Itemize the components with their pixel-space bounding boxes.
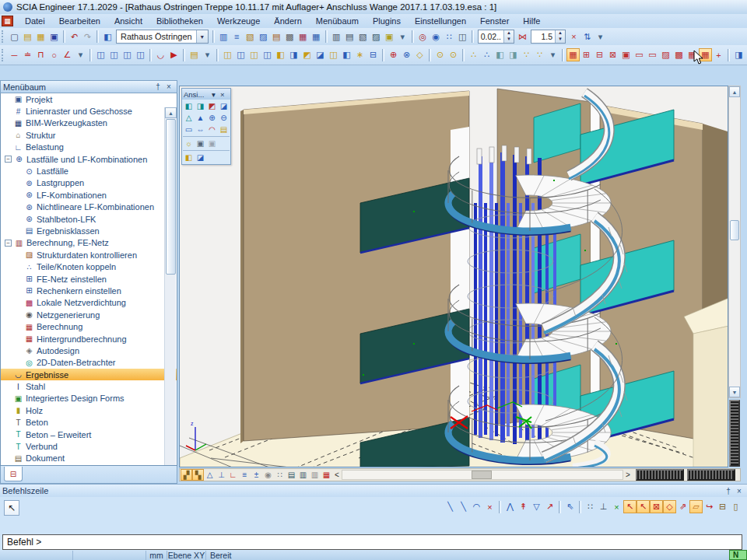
mesh-icon[interactable]: ▩ — [283, 30, 296, 44]
snapshot-copy-icon[interactable]: ▣ — [206, 138, 218, 149]
load-display-icon[interactable]: ⊥ — [216, 469, 227, 481]
clip-box-icon[interactable]: ▲ — [195, 112, 206, 124]
tree-item-berechnung[interactable]: ▦Berechnung — [1, 320, 177, 332]
menu-item-datei[interactable]: Datei — [18, 15, 52, 27]
abc-label-icon[interactable]: ≡ — [239, 469, 251, 481]
snap-line-icon[interactable]: ╲ — [444, 500, 457, 513]
layers-icon[interactable]: ≡ — [230, 30, 244, 44]
layer-pen-icon[interactable]: ▞ — [181, 469, 192, 481]
angle-clamp-icon[interactable]: ⋈ — [516, 30, 529, 44]
menu-item-einstellungen[interactable]: Einstellungen — [408, 15, 473, 27]
tree-item-2d-daten-betrachter[interactable]: ◎2D-Daten-Betrachter — [1, 357, 177, 369]
view-axo-icon[interactable]: ◪ — [218, 100, 230, 112]
uncouple-members-icon[interactable]: ∴ — [480, 48, 493, 61]
scale-box-icon[interactable]: ◫ — [456, 30, 469, 44]
toolbar-overflow-icon[interactable]: ▾ — [396, 30, 409, 44]
zoom-out-icon[interactable]: ⊖ — [218, 112, 230, 124]
scroll-up-icon[interactable]: ▲ — [729, 86, 740, 97]
support-pad-icon[interactable]: ⊟ — [366, 48, 380, 61]
menu-item-ansicht[interactable]: Ansicht — [107, 15, 149, 27]
dropdown-icon[interactable]: ▾ — [212, 90, 220, 99]
pressure-load-icon[interactable]: ⊠ — [606, 48, 619, 61]
toolbar-overflow-icon[interactable]: ▾ — [74, 48, 87, 61]
tree-item-ergebnisklassen[interactable]: ▤Ergebnisklassen — [1, 225, 177, 236]
new-folder-icon[interactable]: ▤ — [188, 48, 201, 61]
clean-model-icon[interactable]: ▨ — [257, 30, 270, 44]
zoom-all-icon[interactable]: ⇔ — [195, 124, 206, 135]
dots-cluster-icon[interactable]: ∷ — [274, 469, 286, 481]
tree-item-struktur[interactable]: ⌂Struktur — [1, 129, 177, 141]
menu-item--ndern[interactable]: Ändern — [267, 15, 308, 27]
haunch-icon[interactable]: ◨ — [287, 48, 300, 61]
point-icon[interactable]: ↟ — [517, 500, 530, 513]
tree-item-dokument[interactable]: ▤Dokument — [1, 453, 177, 464]
snap-endpoint-icon[interactable]: ↖ — [623, 500, 637, 513]
fly-mode-icon[interactable]: ▶ — [167, 48, 181, 61]
project-manager-icon[interactable]: ▦ — [34, 30, 47, 44]
pan-bar-right[interactable] — [687, 469, 735, 481]
copy-add-icon[interactable]: ◫ — [121, 48, 134, 61]
save-icon[interactable]: ▣ — [47, 30, 61, 44]
results-setup-icon[interactable]: ▦ — [310, 30, 323, 44]
open-project-icon[interactable]: ▤ — [21, 30, 34, 44]
close-icon[interactable]: × — [163, 82, 174, 91]
vertex-icon[interactable]: ⋀ — [503, 500, 517, 513]
edit-pen-icon[interactable]: ▚ — [192, 469, 204, 481]
node-link-icon[interactable]: ◫ — [327, 48, 340, 61]
scroll-left-icon[interactable]: < — [332, 469, 342, 481]
close-icon[interactable]: × — [220, 90, 229, 99]
tree-item-rechenkern-einstellen[interactable]: ⊞Rechenkern einstellen — [1, 285, 177, 296]
tree-item-beton-erweitert[interactable]: TBeton – Erweitert — [1, 429, 177, 440]
tree-tab-icon[interactable]: ⊟ — [4, 467, 23, 481]
snap-line2-icon[interactable]: ╲ — [457, 500, 470, 513]
snap-dim-icon[interactable]: ⊟ — [716, 500, 729, 513]
couple-members-icon[interactable]: ∴ — [467, 48, 480, 61]
panel-load-icon[interactable]: ▦ — [699, 48, 712, 61]
tree-item-lastfälle-und-lf-kombinationen[interactable]: −⊕Lastfälle und LF-Kombinationen — [1, 153, 177, 165]
polyline-icon[interactable]: ⊓ — [34, 48, 47, 61]
tree-item-belastung[interactable]: ∟Belastung — [1, 142, 177, 153]
pin-icon[interactable]: † — [153, 82, 163, 91]
new-document-icon[interactable]: ▢ — [8, 30, 21, 44]
viewport-rotate-bar[interactable] — [729, 400, 740, 467]
paste-properties-icon[interactable]: ◨ — [507, 48, 520, 61]
copy-icon[interactable]: ◫ — [94, 48, 107, 61]
tree-item-fe-netz-einstellen[interactable]: ⊞FE-Netz einstellen — [1, 273, 177, 285]
snap-step-spinner[interactable]: 0.02..▲▼ — [478, 30, 514, 44]
red-grid-icon[interactable]: ▦ — [321, 469, 332, 481]
opening-icon[interactable]: ◩ — [300, 48, 314, 61]
tangent-arrow-icon[interactable]: ↗ — [543, 500, 556, 513]
ortho-icon[interactable]: ⊥ — [597, 500, 610, 513]
toolbar-overflow-icon[interactable]: ▾ — [546, 48, 559, 61]
visibility-icon[interactable]: ◡ — [154, 48, 167, 61]
redo-icon[interactable]: ↷ — [81, 30, 94, 44]
scroll-down-icon[interactable]: ▼ — [729, 387, 740, 397]
viewport-hscrollbar[interactable] — [342, 470, 623, 480]
gear-pair2-icon[interactable]: ∵ — [533, 48, 546, 61]
light-icon[interactable]: ☼ — [183, 138, 195, 149]
surface-load-icon[interactable]: ▨ — [659, 48, 672, 61]
menu-item-hilfe[interactable]: Hilfe — [516, 15, 547, 27]
link-nodes-icon[interactable]: ⊕ — [387, 48, 400, 61]
snap-arc-icon[interactable]: ▱ — [689, 500, 703, 513]
tree-item-ergebnisse[interactable]: ◡Ergebnisse — [1, 369, 177, 380]
plane-icon[interactable]: ▽ — [530, 500, 543, 513]
viewport-hscroll-thumb[interactable] — [472, 471, 492, 479]
view-image2-icon[interactable]: ▥ — [309, 469, 321, 481]
menu-item-plugins[interactable]: Plugins — [366, 15, 408, 27]
circle-icon[interactable]: ○ — [47, 48, 61, 61]
snap-midpoint-icon[interactable]: ↖ — [637, 500, 650, 513]
preview-icon[interactable]: ▧ — [356, 30, 370, 44]
menu-item-bibliotheken[interactable]: Bibliotheken — [149, 15, 210, 27]
gallery-icon[interactable]: ▣ — [383, 30, 396, 44]
angle-icon[interactable]: ∠ — [61, 48, 74, 61]
model-3d-view[interactable]: z Ansi... ▾ × ◧◨◩◪△▲⊕⊖▭⇔◠▤☼▣▣◧◪ — [179, 86, 728, 467]
render-mode-icon[interactable]: ◉ — [262, 469, 274, 481]
menu-item-bearbeiten[interactable]: Bearbeiten — [52, 15, 107, 27]
tree-item-bim-werkzeugkasten[interactable]: ▦BIM-Werkzeugkasten — [1, 117, 177, 129]
column-icon[interactable]: ◫ — [234, 48, 247, 61]
view-image-icon[interactable]: ▥ — [297, 469, 309, 481]
target-icon[interactable]: + — [712, 48, 725, 61]
pin-icon[interactable]: † — [723, 487, 734, 495]
undo-icon[interactable]: ↶ — [68, 30, 81, 44]
